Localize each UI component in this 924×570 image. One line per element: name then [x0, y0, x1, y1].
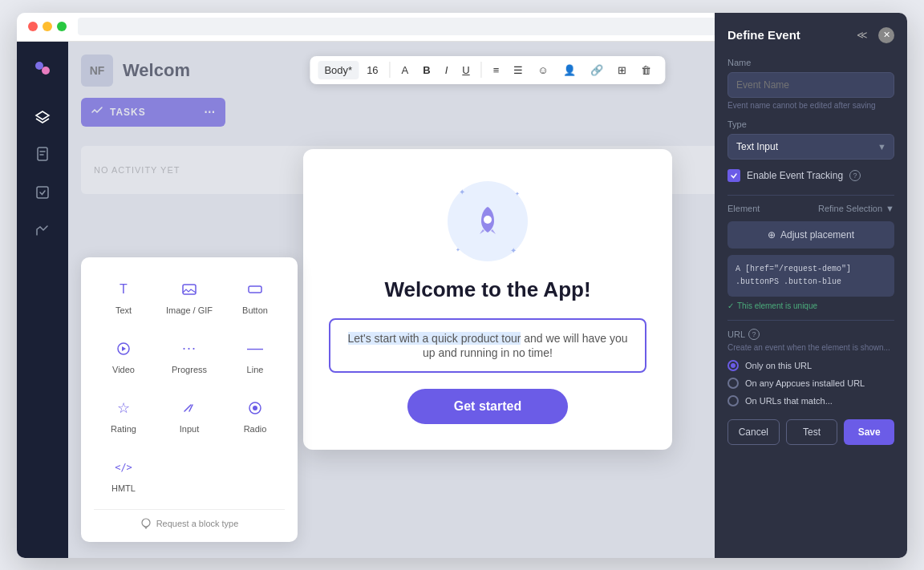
italic-btn[interactable]: I: [439, 61, 455, 79]
url-option-3[interactable]: On URLs that match...: [727, 395, 894, 406]
refine-selection-btn[interactable]: Refine Selection ▼: [818, 204, 894, 213]
unique-badge: ✓ This element is unique: [727, 301, 894, 310]
svg-rect-5: [183, 285, 196, 294]
event-tracking-row: Enable Event Tracking ?: [727, 169, 894, 182]
url-option-2[interactable]: On any Appcues installed URL: [727, 378, 894, 389]
element-video[interactable]: Video: [94, 329, 153, 382]
event-name-input[interactable]: [727, 72, 894, 98]
code-line-1: A [href="/request-demo"]: [736, 263, 886, 276]
chat-icon: [140, 518, 152, 529]
element-section-header: Element Refine Selection ▼: [727, 204, 894, 213]
element-text[interactable]: T Text: [94, 270, 153, 323]
url-hint: Create an event when the element is show…: [727, 343, 894, 352]
type-select[interactable]: Text Input Button Click Page View Form S…: [727, 134, 894, 160]
app-layout: Body* 16 A B I U ≡ ☰ ☺ 👤 🔗 ⊞ 🗑 NF Welcom: [17, 42, 907, 558]
url-option-1[interactable]: Only on this URL: [727, 360, 894, 371]
url-info-icon[interactable]: ?: [748, 329, 760, 340]
modal-text-box: Let's start with a quick product tour an…: [329, 318, 646, 373]
url-option-3-label: On URLs that match...: [745, 396, 833, 406]
element-button[interactable]: Button: [225, 270, 285, 323]
font-color-btn[interactable]: A: [395, 61, 415, 79]
html-label: HMTL: [111, 483, 136, 493]
text-icon: T: [112, 278, 135, 301]
sidebar-item-checkbox[interactable]: [26, 176, 59, 208]
element-input[interactable]: Input: [160, 389, 219, 442]
image-icon: [178, 278, 201, 301]
emoji-btn[interactable]: ☺: [531, 61, 554, 79]
request-block-btn[interactable]: Request a block type: [94, 509, 285, 529]
toolbar-divider-2: [481, 62, 482, 78]
url-section-header: URL ?: [727, 329, 894, 340]
underline-btn[interactable]: U: [456, 61, 476, 79]
tracking-info-icon[interactable]: ?: [849, 170, 861, 181]
link-btn[interactable]: 🔗: [584, 61, 610, 79]
sidebar-item-layers[interactable]: [26, 99, 59, 131]
test-button[interactable]: Test: [786, 419, 838, 445]
sidebar-item-chart[interactable]: [26, 215, 59, 247]
svg-rect-2: [38, 148, 47, 160]
cancel-button[interactable]: Cancel: [727, 419, 780, 445]
modal-text-selected: Let's start with a quick product tour: [348, 332, 521, 345]
element-radio[interactable]: Radio: [225, 389, 285, 442]
panel-divider-1: [727, 195, 894, 196]
video-label: Video: [112, 365, 135, 374]
panel-title: Define Event: [727, 28, 800, 42]
sparkle-4: ✦: [510, 246, 517, 255]
elements-panel: T Text Image / GIF Button: [81, 257, 298, 542]
define-event-panel: Define Event ≪ ✕ Name Event name cannot …: [715, 13, 907, 558]
browser-dots: [28, 22, 67, 31]
element-line[interactable]: — Line: [225, 329, 285, 382]
element-rating[interactable]: ☆ Rating: [94, 389, 153, 442]
svg-rect-6: [249, 286, 261, 293]
element-progress[interactable]: ··· Progress: [160, 329, 219, 382]
input-icon: [178, 397, 201, 419]
event-tracking-checkbox[interactable]: [727, 169, 740, 182]
close-dot[interactable]: [28, 22, 38, 31]
modal-card: ✦ ✦ ✦ ✦ Welcome to the App!: [303, 149, 672, 450]
sparkle-1: ✦: [459, 188, 465, 196]
minimize-dot[interactable]: [43, 22, 52, 31]
video-icon: [112, 338, 135, 360]
line-icon: —: [244, 338, 266, 360]
type-select-wrapper: Text Input Button Click Page View Form S…: [727, 134, 894, 160]
logo[interactable]: [28, 55, 57, 83]
sidebar-item-document[interactable]: [26, 138, 59, 170]
align-btn[interactable]: ≡: [487, 61, 506, 79]
event-tracking-label: Enable Event Tracking: [747, 170, 843, 181]
maximize-dot[interactable]: [57, 22, 67, 31]
panel-footer: Cancel Test Save: [727, 419, 894, 445]
modal-icon-circle: ✦ ✦ ✦ ✦: [448, 181, 528, 261]
bold-btn[interactable]: B: [416, 61, 436, 79]
save-button[interactable]: Save: [844, 419, 894, 445]
element-section-label: Element: [727, 204, 760, 213]
rating-label: Rating: [111, 424, 136, 434]
progress-label: Progress: [172, 365, 207, 374]
style-selector[interactable]: Body*: [318, 61, 359, 79]
panel-close-btn[interactable]: ✕: [878, 27, 894, 43]
code-line-2: .buttonPS .button-blue: [736, 276, 886, 289]
move-icon: ⊕: [768, 229, 776, 241]
delete-btn[interactable]: 🗑: [634, 61, 658, 79]
radio-icon: [244, 397, 266, 419]
element-html[interactable]: </> HMTL: [94, 448, 153, 501]
rating-icon: ☆: [112, 397, 135, 419]
url-label: URL: [727, 329, 745, 339]
panel-header: Define Event ≪ ✕: [727, 26, 894, 45]
url-radio-2: [727, 378, 739, 389]
modal-cta-button[interactable]: Get started: [407, 389, 568, 424]
element-code-block: A [href="/request-demo"] .buttonPS .butt…: [727, 255, 894, 297]
list-btn[interactable]: ☰: [507, 61, 529, 79]
formatting-toolbar: Body* 16 A B I U ≡ ☰ ☺ 👤 🔗 ⊞ 🗑: [310, 56, 665, 84]
toolbar-divider-1: [390, 62, 391, 78]
url-option-1-label: Only on this URL: [745, 361, 812, 370]
input-label: Input: [180, 424, 199, 434]
element-image[interactable]: Image / GIF: [160, 270, 219, 323]
refine-chevron-icon: ▼: [886, 204, 894, 213]
panel-divider-2: [727, 320, 894, 321]
url-radio-3: [727, 395, 739, 406]
mention-btn[interactable]: 👤: [557, 61, 582, 79]
table-btn[interactable]: ⊞: [611, 61, 633, 79]
size-selector[interactable]: 16: [360, 61, 384, 79]
adjust-placement-btn[interactable]: ⊕ Adjust placement: [727, 221, 894, 249]
panel-collapse-btn[interactable]: ≪: [853, 26, 872, 45]
